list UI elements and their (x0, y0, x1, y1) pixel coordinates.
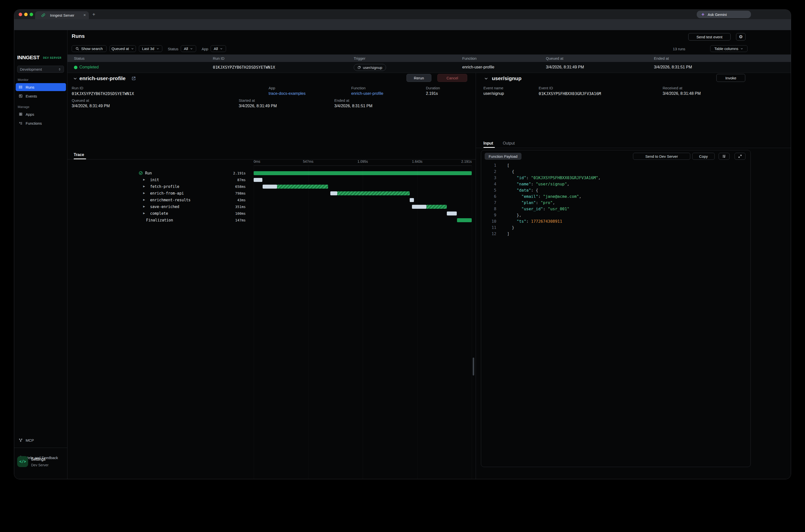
expand-step-icon[interactable]: ▶ (143, 185, 145, 188)
expand-step-icon[interactable]: ▶ (143, 205, 145, 208)
trace-scrollbar[interactable] (473, 358, 474, 376)
trace-bar-queued[interactable] (254, 178, 262, 182)
app-filter-value: All (214, 46, 218, 51)
column-header-function[interactable]: Function (462, 56, 477, 60)
tab-input[interactable]: Input (483, 141, 493, 146)
trace-row-save-enriched[interactable]: ▶save-enriched351ms (68, 204, 476, 210)
trace-bar-queued[interactable] (330, 191, 337, 195)
chevron-down-icon (190, 47, 193, 50)
trace-step-duration: 351ms (202, 205, 246, 209)
column-header-trigger[interactable]: Trigger (354, 56, 366, 60)
sidebar-item-runs[interactable]: Runs (16, 83, 66, 91)
trace-bar-run[interactable] (457, 218, 472, 222)
line-number: 2 (481, 169, 497, 175)
settings-gear-button[interactable]: ⚙ (736, 33, 746, 41)
trace-step-duration: 100ms (202, 211, 246, 215)
expand-step-icon[interactable]: ▶ (143, 192, 145, 194)
inngest-favicon-icon (41, 13, 45, 17)
settings-title[interactable]: Settings (31, 457, 45, 461)
trace-row-run[interactable]: Run2.191s (68, 170, 476, 177)
trace-bar-queued[interactable] (410, 198, 414, 202)
time-range-filter[interactable]: Last 3d (139, 45, 162, 52)
send-test-event-button[interactable]: Send test event (688, 33, 731, 41)
trigger-label: user/signup (363, 65, 382, 70)
status-badge: Completed (79, 65, 98, 70)
trace-row-init[interactable]: ▶init87ms (68, 177, 476, 184)
sidebar-item-functions[interactable]: Functions (16, 119, 66, 127)
wrap-text-icon (722, 154, 726, 158)
expand-step-icon[interactable]: ▶ (143, 212, 145, 214)
trace-bar-queued[interactable] (447, 211, 457, 215)
expand-step-icon[interactable]: ▶ (143, 178, 145, 181)
minimize-window-button[interactable] (24, 13, 27, 16)
function-link[interactable]: enrich-user-profile (351, 91, 383, 96)
zoom-window-button[interactable] (30, 13, 33, 16)
status-filter-value: All (184, 46, 188, 51)
column-header-ended[interactable]: Ended at (654, 56, 669, 60)
ask-gemini-button[interactable]: Ask Gemini (697, 11, 751, 18)
show-search-button[interactable]: Show search (72, 45, 107, 52)
close-tab-icon[interactable]: × (83, 13, 86, 18)
trace-row-finalization[interactable]: Finalization147ms (68, 217, 476, 224)
trace-row-fetch-profile[interactable]: ▶fetch-profile658ms (68, 184, 476, 190)
sidebar-item-mcp[interactable]: MCP (16, 436, 66, 444)
dev-server-settings-icon[interactable]: </> (17, 456, 28, 467)
chevron-down-icon (220, 47, 223, 50)
line-number: 1 (481, 162, 497, 169)
trace-row-complete[interactable]: ▶complete100ms (68, 210, 476, 217)
trace-step-duration: 147ms (202, 218, 246, 222)
trace-row-enrichment-results[interactable]: ▶enrichment-results43ms (68, 197, 476, 204)
browser-tab[interactable]: Inngest Server × (35, 11, 89, 19)
expand-button[interactable] (734, 153, 746, 160)
trace-bar-queued[interactable] (263, 185, 277, 189)
wrap-text-button[interactable] (718, 153, 730, 160)
trace-step-name: complete (150, 211, 168, 216)
invoke-button[interactable]: Invoke (716, 74, 745, 82)
expand-step-icon[interactable]: ▶ (143, 198, 145, 201)
sidebar: INNGEST DEV SERVER Development Monitor R… (14, 30, 68, 479)
table-row[interactable]: Completed 01KJXSYPZYB6TH2DSDSYETWN1X use… (68, 62, 791, 73)
status-filter-select[interactable]: All (181, 45, 196, 52)
event-id-value: 01KJXSYPSFHBXX03GRJFV3A16M (539, 91, 601, 96)
ended-at-label: Ended at (334, 98, 349, 102)
trace-bar-running[interactable] (426, 205, 447, 209)
external-link-icon[interactable] (131, 76, 136, 81)
trace-bar-running[interactable] (337, 191, 410, 195)
monitor-section-label: Monitor (18, 78, 29, 82)
trace-row-enrich-from-api[interactable]: ▶enrich-from-api798ms (68, 190, 476, 197)
copy-button[interactable]: Copy (692, 153, 715, 160)
queued-at-filter[interactable]: Queued at (110, 45, 136, 52)
tab-output[interactable]: Output (503, 141, 515, 146)
sidebar-item-apps[interactable]: Apps (16, 110, 66, 118)
row-function: enrich-user-profile (462, 65, 494, 70)
function-payload-card: Function Payload Send to Dev Server Copy (481, 150, 751, 467)
trace-bar-running[interactable] (277, 185, 328, 189)
tab-trace[interactable]: Trace (74, 153, 84, 157)
run-detail-panel: enrich-user-profile Rerun Cancel Run ID … (68, 73, 476, 479)
collapse-run-chevron-icon[interactable] (73, 76, 77, 81)
function-payload-chip[interactable]: Function Payload (485, 153, 522, 160)
rerun-label: Rerun (414, 76, 424, 80)
close-window-button[interactable] (19, 13, 22, 16)
table-columns-button[interactable]: Table columns (710, 45, 748, 52)
environment-select[interactable]: Development (17, 66, 64, 73)
rerun-button[interactable]: Rerun (407, 74, 431, 82)
column-header-queued[interactable]: Queued at (546, 56, 563, 60)
payload-json-code[interactable]: 1[2 {3 "id": "01KJXSYPSFHBXX03GRJFV3A16M… (481, 162, 750, 237)
trigger-badge[interactable]: user/signup (354, 64, 386, 71)
collapse-event-chevron-icon[interactable] (484, 76, 488, 81)
axis-gridline (254, 166, 254, 479)
cancel-button[interactable]: Cancel (437, 74, 467, 82)
column-header-run-id[interactable]: Run ID (213, 56, 225, 60)
column-header-status[interactable]: Status (74, 56, 85, 60)
trace-bar-queued[interactable] (412, 205, 426, 209)
app-filter-select[interactable]: All (211, 45, 226, 52)
sidebar-item-events[interactable]: Events (16, 92, 66, 100)
send-to-dev-server-button[interactable]: Send to Dev Server (633, 153, 690, 160)
line-number: 7 (481, 200, 497, 206)
app-link[interactable]: trace-docs-examples (268, 91, 306, 96)
chevron-down-icon (131, 47, 134, 50)
axis-tick-label: 0ms (254, 159, 260, 164)
line-number: 9 (481, 212, 497, 218)
new-tab-button[interactable]: + (92, 12, 95, 17)
